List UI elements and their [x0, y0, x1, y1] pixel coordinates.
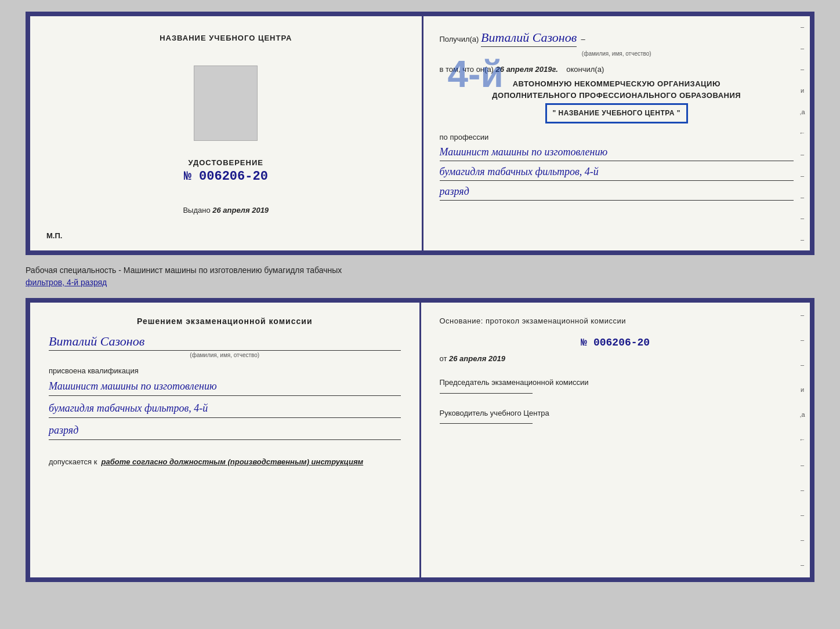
photo-placeholder — [194, 66, 258, 141]
certificate-top: НАЗВАНИЕ УЧЕБНОГО ЦЕНТРА УДОСТОВЕРЕНИЕ №… — [26, 12, 814, 255]
ot-prefix: от — [440, 354, 447, 363]
cert-top-right: Получил(а) Виталий Сазонов – (фамилия, и… — [423, 16, 810, 250]
poluchil-name: Виталий Сазонов — [481, 30, 577, 47]
cert-bottom-right: Основание: протокол экзаменационной коми… — [421, 303, 810, 577]
qual-line3: разряд — [49, 423, 401, 440]
qual-line2: бумагидля табачных фильтров, 4-й — [49, 401, 401, 418]
big-number-watermark: 4-й — [448, 56, 504, 93]
okonchil: окончил(а) — [566, 65, 604, 74]
right-dashes: – – – и ,а ← – – – – – — [798, 16, 806, 250]
between-prefix: Рабочая специальность - Машинист машины … — [26, 266, 342, 275]
predsedatel-text: Председатель экзаменационной комиссии — [440, 378, 589, 387]
dopusk-prefix: допускается к — [49, 457, 97, 466]
vydano-date: 26 апреля 2019 — [212, 206, 269, 214]
udost-label: УДОСТОВЕРЕНИЕ — [189, 158, 263, 167]
profession-line1: Машинист машины по изготовлению — [440, 145, 794, 161]
dopuskaetsya-line: допускается к работе согласно должностны… — [49, 457, 401, 466]
udost-number: № 006206-20 — [184, 169, 268, 184]
ot-date-line: от 26 апреля 2019 — [440, 354, 792, 363]
person-name-bottom: Виталий Сазонов — [49, 334, 401, 351]
cert-top-left: НАЗВАНИЕ УЧЕБНОГО ЦЕНТРА УДОСТОВЕРЕНИЕ №… — [30, 16, 422, 250]
profession-line2: бумагидля табачных фильтров, 4-й — [440, 165, 794, 181]
person-fio-hint: (фамилия, имя, отчество) — [49, 352, 401, 358]
rukovoditel-label: Руководитель учебного Центра — [440, 408, 792, 424]
cert-bottom-left: Решением экзаменационной комиссии Витали… — [30, 303, 419, 577]
vtom-date: 26 апреля 2019г. — [496, 65, 558, 74]
poluchil-line: Получил(а) Виталий Сазонов – — [440, 30, 794, 47]
between-label: Рабочая специальность - Машинист машины … — [26, 264, 814, 289]
profession-line3: разряд — [440, 184, 794, 201]
resheniem-title: Решением экзаменационной комиссии — [49, 317, 401, 326]
mp-label: М.П. — [46, 231, 62, 240]
rukovoditel-text: Руководитель учебного Центра — [440, 409, 549, 417]
ot-date-val: 26 апреля 2019 — [449, 354, 505, 363]
dopusk-italic: работе согласно должностным (производств… — [102, 457, 364, 466]
protocol-number: № 006206-20 — [440, 337, 792, 348]
between-underline: фильтров, 4-й разряд — [26, 278, 107, 287]
prisvoena-label: присвоена квалификация — [49, 366, 401, 375]
training-center-title: НАЗВАНИЕ УЧЕБНОГО ЦЕНТРА — [160, 34, 292, 42]
bottom-right-dashes: – – – и ,а ← – – – – – — [798, 303, 806, 577]
vydano-prefix: Выдано — [183, 206, 210, 214]
certificate-bottom: Решением экзаменационной комиссии Витали… — [26, 298, 814, 582]
predsedatel-label: Председатель экзаменационной комиссии — [440, 377, 792, 394]
rukovoditel-signature-line — [440, 423, 533, 424]
qual-line1: Машинист машины по изготовлению — [49, 379, 401, 396]
poluchil-prefix: Получил(а) — [440, 35, 479, 43]
osnovanie-text: Основание: протокол экзаменационной коми… — [440, 317, 792, 325]
stamp-box: " НАЗВАНИЕ УЧЕБНОГО ЦЕНТРА " — [545, 103, 688, 123]
stamp-title: " НАЗВАНИЕ УЧЕБНОГО ЦЕНТРА " — [553, 108, 680, 118]
predsedatel-signature-line — [440, 393, 533, 394]
po-professii: по профессии — [440, 133, 794, 141]
vydano-line: Выдано 26 апреля 2019 — [183, 206, 269, 214]
